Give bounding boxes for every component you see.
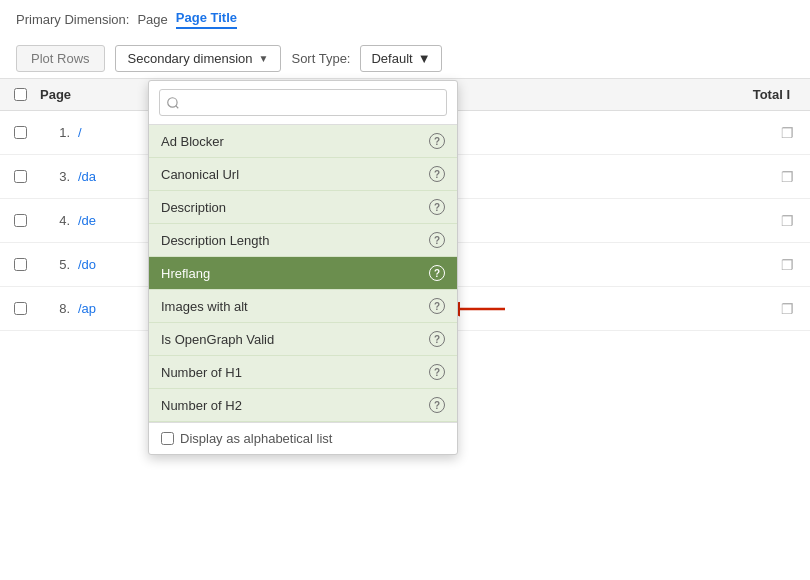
row-number: 5.: [40, 257, 70, 272]
primary-dimension-label: Primary Dimension:: [16, 12, 129, 27]
row-checkbox-cell: [0, 170, 40, 183]
dropdown-item-description-length[interactable]: Description Length ?: [149, 224, 457, 257]
dropdown-item-number-of-h1[interactable]: Number of H1 ?: [149, 356, 457, 389]
row-number: 8.: [40, 301, 70, 316]
dropdown-item-label: Hreflang: [161, 266, 210, 281]
row-checkbox-cell: [0, 126, 40, 139]
row-checkbox-cell: [0, 214, 40, 227]
plot-rows-button[interactable]: Plot Rows: [16, 45, 105, 72]
row-number: 3.: [40, 169, 70, 184]
dropdown-item-label: Description Length: [161, 233, 269, 248]
dropdown-item-number-of-h2[interactable]: Number of H2 ?: [149, 389, 457, 422]
dropdown-item-canonical-url[interactable]: Canonical Url ?: [149, 158, 457, 191]
row-link[interactable]: /: [78, 125, 148, 140]
alphabetical-list-checkbox[interactable]: [161, 432, 174, 445]
help-icon: ?: [429, 199, 445, 215]
secondary-dimension-dropdown: Ad Blocker ? Canonical Url ? Description…: [148, 80, 458, 455]
header-checkbox-cell: [0, 88, 40, 101]
help-icon: ?: [429, 265, 445, 281]
sort-default-label: Default: [371, 51, 412, 66]
row-checkbox[interactable]: [14, 170, 27, 183]
dropdown-item-description[interactable]: Description ?: [149, 191, 457, 224]
row-checkbox[interactable]: [14, 258, 27, 271]
dropdown-item-label: Canonical Url: [161, 167, 239, 182]
dropdown-item-label: Ad Blocker: [161, 134, 224, 149]
dim-page-link[interactable]: Page: [137, 12, 167, 27]
sort-type-label: Sort Type:: [291, 51, 350, 66]
dropdown-item-ad-blocker[interactable]: Ad Blocker ?: [149, 125, 457, 158]
row-checkbox-cell: [0, 258, 40, 271]
row-checkbox[interactable]: [14, 302, 27, 315]
dropdown-search-area: [149, 81, 457, 125]
row-number: 4.: [40, 213, 70, 228]
page-column-header: Page: [40, 87, 160, 102]
dropdown-item-is-opengraph-valid[interactable]: Is OpenGraph Valid ?: [149, 323, 457, 356]
primary-dimension-bar: Primary Dimension: Page Page Title: [0, 0, 810, 39]
help-icon: ?: [429, 364, 445, 380]
dropdown-item-hreflang[interactable]: Hreflang ?: [149, 257, 457, 290]
dim-page-title-link[interactable]: Page Title: [176, 10, 237, 29]
help-icon: ?: [429, 232, 445, 248]
sort-default-button[interactable]: Default ▼: [360, 45, 441, 72]
help-icon: ?: [429, 166, 445, 182]
row-checkbox[interactable]: [14, 126, 27, 139]
sort-caret-icon: ▼: [418, 51, 431, 66]
dropdown-item-images-with-alt[interactable]: Images with alt ?: [149, 290, 457, 323]
row-number: 1.: [40, 125, 70, 140]
dropdown-footer: Display as alphabetical list: [149, 422, 457, 454]
row-link[interactable]: /ap: [78, 301, 148, 316]
dropdown-item-label: Images with alt: [161, 299, 248, 314]
dropdown-item-label: Is OpenGraph Valid: [161, 332, 274, 347]
dropdown-search-input[interactable]: [159, 89, 447, 116]
toolbar: Plot Rows Secondary dimension ▼ Sort Typ…: [0, 39, 810, 79]
help-icon: ?: [429, 133, 445, 149]
secondary-dimension-button[interactable]: Secondary dimension ▼: [115, 45, 282, 72]
secondary-dimension-label: Secondary dimension: [128, 51, 253, 66]
row-checkbox[interactable]: [14, 214, 27, 227]
copy-icon[interactable]: ❐: [781, 169, 794, 185]
dropdown-list: Ad Blocker ? Canonical Url ? Description…: [149, 125, 457, 422]
row-link[interactable]: /de: [78, 213, 148, 228]
copy-icon[interactable]: ❐: [781, 213, 794, 229]
copy-icon[interactable]: ❐: [781, 125, 794, 141]
row-link[interactable]: /da: [78, 169, 148, 184]
help-icon: ?: [429, 397, 445, 413]
copy-icon[interactable]: ❐: [781, 257, 794, 273]
help-icon: ?: [429, 331, 445, 347]
copy-icon[interactable]: ❐: [781, 301, 794, 317]
row-link[interactable]: /do: [78, 257, 148, 272]
row-checkbox-cell: [0, 302, 40, 315]
help-icon: ?: [429, 298, 445, 314]
alphabetical-list-label: Display as alphabetical list: [180, 431, 332, 446]
dropdown-item-label: Description: [161, 200, 226, 215]
select-all-checkbox[interactable]: [14, 88, 27, 101]
dropdown-item-label: Number of H2: [161, 398, 242, 413]
dropdown-item-label: Number of H1: [161, 365, 242, 380]
secondary-dimension-caret: ▼: [259, 53, 269, 64]
